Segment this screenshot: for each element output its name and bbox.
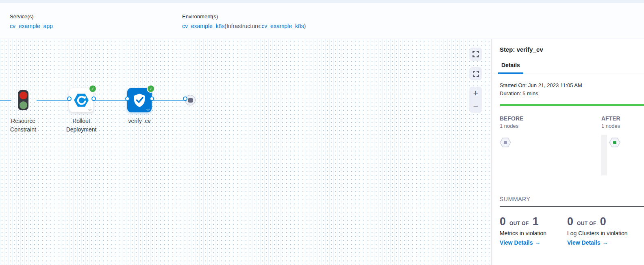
marquee-select-icon — [473, 71, 479, 77]
node-verify-cv[interactable]: ✓ </> — [127, 88, 152, 112]
traffic-light-red-icon — [20, 92, 27, 99]
pipeline-canvas[interactable]: Resource Constraint ✓ </> Rollout Deploy… — [0, 39, 491, 265]
panel-title: Step: verify_cv — [492, 39, 644, 53]
port-verify-in[interactable] — [125, 96, 130, 101]
port-verify-out[interactable] — [150, 96, 154, 101]
port-rollout-out[interactable] — [91, 96, 96, 101]
node-label-resource-constraint: Resource Constraint — [5, 117, 41, 134]
step-progress-bar — [500, 104, 644, 106]
log-clusters-violation-count: 0 — [567, 215, 573, 228]
step-details-panel: Step: verify_cv Details Started On: Jun … — [491, 39, 644, 265]
arrow-right-icon: → — [535, 239, 540, 246]
summary-divider — [500, 206, 644, 207]
infrastructure-suffix: ) — [304, 23, 306, 29]
log-clusters-total-count: 0 — [600, 215, 606, 228]
node-label-verify-cv: verify_cv — [117, 117, 162, 125]
service-link[interactable]: cv_example_app — [10, 23, 53, 29]
metrics-view-details-link[interactable]: View Details → — [500, 239, 567, 246]
traffic-light-green-icon — [20, 101, 27, 109]
infrastructure-link[interactable]: cv_example_k8s — [261, 23, 304, 29]
environments-label: Environment(s) — [182, 13, 306, 20]
services-label: Service(s) — [10, 13, 172, 20]
after-label: AFTER — [601, 115, 620, 122]
log-clusters-stat: 0 OUT OF 0 Log Clusters in violation Vie… — [567, 215, 635, 246]
zoom-controls: + − — [469, 87, 482, 113]
after-node-square-icon — [613, 141, 616, 144]
fullscreen-icon — [472, 51, 479, 57]
node-rollout-deployment[interactable]: ✓ </> — [69, 88, 94, 112]
log-clusters-caption: Log Clusters in violation — [567, 230, 635, 237]
before-column: BEFORE 1 nodes — [500, 115, 523, 149]
success-check-icon: ✓ — [89, 85, 96, 92]
before-node-count: 1 nodes — [500, 123, 523, 129]
code-icon: </> — [146, 108, 150, 111]
node-resource-constraint[interactable] — [18, 90, 28, 110]
out-of-label: OUT OF — [577, 221, 596, 226]
metrics-stat: 0 OUT OF 1 Metrics in violation View Det… — [500, 215, 567, 246]
metrics-violation-count: 0 — [500, 215, 506, 228]
before-node-square-icon — [504, 141, 507, 144]
after-node-hexagon[interactable] — [609, 138, 620, 147]
canvas-toolbar: + − — [469, 48, 482, 113]
zoom-out-button[interactable]: − — [469, 100, 482, 112]
arrow-right-icon: → — [602, 239, 608, 246]
started-on-text: Started On: Jun 21, 2023 11:05 AM — [500, 81, 636, 90]
execution-context-bar: Service(s) cv_example_app Environment(s)… — [0, 3, 644, 39]
edge-constraint-to-rollout — [37, 100, 69, 101]
edge-incoming — [0, 100, 11, 101]
before-node-hexagon[interactable] — [500, 138, 511, 147]
environments-block: Environment(s) cv_example_k8s(Infrastruc… — [172, 3, 306, 39]
tab-details[interactable]: Details — [498, 62, 523, 74]
top-strip — [0, 0, 644, 3]
verify-shield-icon — [131, 92, 148, 108]
after-node-count: 1 nodes — [601, 123, 620, 129]
rollout-deployment-icon — [73, 92, 89, 108]
before-after-compare: BEFORE 1 nodes AFTER 1 nodes — [492, 115, 644, 196]
duration-text: Duration: 5 mins — [500, 90, 636, 98]
fullscreen-button[interactable] — [469, 48, 482, 61]
metrics-view-details-text: View Details — [500, 239, 533, 246]
stop-square-icon — [188, 98, 193, 103]
before-label: BEFORE — [500, 115, 523, 122]
marquee-select-button[interactable] — [469, 67, 482, 80]
code-icon: </> — [88, 108, 91, 111]
environment-link[interactable]: cv_example_k8s — [182, 23, 224, 29]
success-check-icon: ✓ — [148, 85, 154, 92]
port-end-in[interactable] — [183, 96, 187, 101]
zoom-in-button[interactable]: + — [469, 87, 482, 99]
edge-verify-to-end — [152, 100, 186, 101]
panel-tabs: Details — [492, 61, 644, 74]
log-clusters-view-details-link[interactable]: View Details → — [567, 239, 635, 246]
port-rollout-in[interactable] — [67, 96, 72, 101]
summary-label: SUMMARY — [500, 196, 644, 202]
metrics-total-count: 1 — [533, 215, 539, 228]
out-of-label: OUT OF — [509, 221, 529, 226]
node-label-rollout-deployment: Rollout Deployment — [59, 117, 104, 134]
edge-rollout-to-verify — [94, 100, 128, 101]
infrastructure-prefix: (Infrastructure: — [224, 23, 261, 29]
summary-stats: 0 OUT OF 1 Metrics in violation View Det… — [500, 215, 644, 246]
services-block: Service(s) cv_example_app — [0, 3, 172, 39]
metrics-caption: Metrics in violation — [500, 230, 567, 237]
log-clusters-view-details-text: View Details — [567, 239, 600, 246]
after-column: AFTER 1 nodes — [601, 115, 620, 149]
